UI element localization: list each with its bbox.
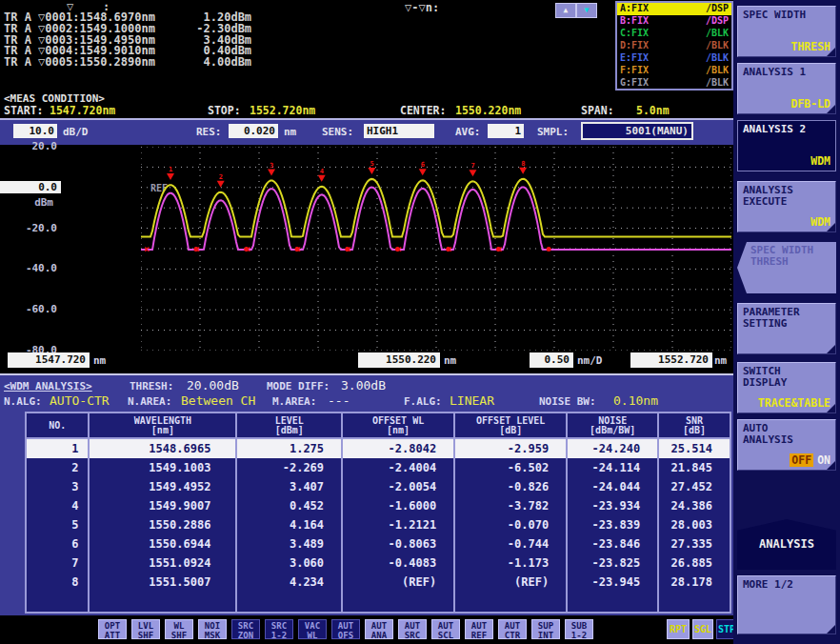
- fkey-aut-ana[interactable]: AUTANA: [365, 619, 393, 639]
- softkey-analysis-1[interactable]: ANALYSIS 1DFB-LD: [737, 63, 836, 114]
- column-header: NOISE[dBm/BW]: [568, 413, 659, 437]
- transport-key-sgl[interactable]: SGL: [692, 619, 713, 639]
- trace-status-g[interactable]: G:FIX/BLK: [617, 76, 731, 89]
- fkey-lvl-shf[interactable]: LVLSHF: [131, 619, 160, 639]
- table-cell: -23.945: [568, 573, 659, 592]
- table-cell: 1.275: [237, 439, 343, 458]
- table-row[interactable]: 51550.28864.164-1.2121-0.070-23.83928.00…: [27, 515, 730, 534]
- softkey-toggle[interactable]: OFFON: [790, 453, 830, 467]
- res-field[interactable]: 0.020: [229, 124, 278, 138]
- softkey-parameter-setting[interactable]: PARAMETER SETTING: [737, 303, 836, 354]
- table-row[interactable]: 61550.69443.489-0.8063-0.744-23.84627.33…: [27, 534, 730, 553]
- trace-status-d[interactable]: D:FIX/BLK: [617, 40, 731, 52]
- fkey-src-1-2[interactable]: SRC1-2: [265, 619, 293, 639]
- x-center-field[interactable]: 1550.220: [358, 352, 440, 368]
- table-cell: 1549.1003: [90, 458, 237, 477]
- sens-field[interactable]: HIGH1: [364, 124, 434, 138]
- softkey-spec-width[interactable]: SPEC WIDTHTHRESH: [737, 6, 836, 57]
- fkey-aut-src[interactable]: AUTSRC: [398, 619, 427, 639]
- softkey-analysis-execute[interactable]: ANALYSIS EXECUTEWDM: [737, 181, 836, 232]
- table-row[interactable]: 81551.50074.234(REF)(REF)-23.94528.178: [27, 573, 730, 592]
- center-value[interactable]: 1550.220nm: [455, 104, 521, 117]
- fkey-sub-1-2[interactable]: SUB1-2: [565, 619, 593, 639]
- y-axis-label[interactable]: 0.0: [0, 181, 61, 193]
- table-cell: 1550.6944: [90, 534, 237, 553]
- n-alg-value[interactable]: AUTO-CTR: [50, 393, 110, 408]
- fkey-wl-shf[interactable]: WLSHF: [165, 619, 193, 639]
- x-center-unit: nm: [444, 354, 456, 367]
- table-cell: 8: [27, 573, 90, 592]
- trace-name: E:FIX: [620, 53, 649, 63]
- softkey-analysis-2[interactable]: ANALYSIS 2WDM: [737, 120, 836, 171]
- thresh-label: THRESH:: [130, 380, 173, 392]
- table-row[interactable]: 71551.09243.060-0.4083-1.173-23.82526.88…: [27, 553, 730, 573]
- table-cell: -23.825: [568, 553, 659, 573]
- db-per-div-unit: dB/D: [63, 126, 89, 138]
- fkey-opt-att[interactable]: OPTATT: [98, 619, 127, 639]
- table-filler-cell: [27, 592, 90, 612]
- table-cell: 1551.5007: [90, 573, 237, 592]
- trace-status-b[interactable]: B:FIX/DSP: [617, 15, 731, 28]
- trace-status-e[interactable]: E:FIX/BLK: [617, 51, 731, 64]
- thresh-value[interactable]: 20.00dB: [187, 378, 239, 392]
- fkey-aut-scl[interactable]: AUTSCL: [431, 619, 460, 639]
- fkey-aut-ofs[interactable]: AUTOFS: [331, 619, 360, 639]
- fkey-vac-wl[interactable]: VACWL: [298, 619, 327, 639]
- trace-status-f[interactable]: F:FIX/BLK: [617, 64, 731, 76]
- softkey-label: ANALYSIS 2: [743, 124, 806, 135]
- scroll-down-button[interactable]: ▼: [576, 3, 597, 18]
- stop-value[interactable]: 1552.720nm: [250, 104, 315, 117]
- f-alg-label: F.ALG:: [404, 395, 442, 408]
- table-cell: 1: [27, 439, 90, 458]
- softkey-label: ANALYSIS 1: [743, 67, 806, 78]
- wdm-analysis-subheader: N.ALG: AUTO-CTR N.AREA: Between CH M.ARE…: [4, 393, 728, 409]
- fkey-aut-ctr[interactable]: AUTCTR: [498, 619, 527, 639]
- start-value[interactable]: 1547.720nm: [50, 104, 115, 117]
- softkey-more[interactable]: MORE 1/2: [737, 575, 836, 634]
- column-header-line1: SNR: [686, 416, 703, 426]
- softkey-value: THRESH: [790, 40, 830, 53]
- table-row[interactable]: 21549.1003-2.269-2.4004-6.502-24.11421.8…: [27, 458, 730, 477]
- span-value[interactable]: 5.0nm: [636, 104, 670, 117]
- db-per-div-field[interactable]: 10.0: [13, 124, 57, 138]
- marker-list: TR A ▽0001:1548.6970nm 1.20dBmTR A ▽0002…: [4, 12, 404, 69]
- fkey-src-zon[interactable]: SRCZON: [231, 619, 260, 639]
- m-area-value[interactable]: ---: [328, 393, 350, 408]
- sens-label: SENS:: [322, 126, 353, 138]
- spectrum-plot[interactable]: REF1×2×3×4×5×6×7×8×: [141, 147, 731, 351]
- svg-text:×: ×: [496, 244, 502, 254]
- x-start-field[interactable]: 1547.720: [8, 352, 90, 368]
- softkey-label: MORE 1/2: [743, 579, 793, 591]
- fkey-sup-int[interactable]: SUPINT: [531, 619, 560, 639]
- scroll-up-button[interactable]: ▲: [555, 3, 576, 18]
- trace-status-a[interactable]: A:FIX/DSP: [617, 3, 731, 15]
- column-header-line2: [dB]: [683, 426, 706, 435]
- svg-text:4: 4: [320, 168, 324, 175]
- softkey-auto-analysis[interactable]: AUTO ANALYSISOFFON: [737, 419, 836, 471]
- n-area-value[interactable]: Between CH: [181, 393, 255, 408]
- avg-field[interactable]: 1: [488, 124, 524, 138]
- table-row[interactable]: 41549.90070.452-1.6000-3.782-23.93424.38…: [27, 496, 730, 515]
- table-row[interactable]: 31549.49523.407-2.0054-0.826-24.04427.45…: [27, 477, 730, 496]
- noise-bw-value[interactable]: 0.10nm: [613, 393, 658, 408]
- table-filler-cell: [568, 592, 659, 612]
- transport-key-rpt[interactable]: RPT: [667, 619, 690, 639]
- trace-display-mode: /BLK: [706, 53, 729, 63]
- x-div-field[interactable]: 0.50: [530, 352, 573, 368]
- softkey-analysis-tab[interactable]: ANALYSIS: [737, 519, 836, 570]
- table-cell: 4.164: [237, 515, 343, 534]
- y-axis-labels: 20.00.0dBm-20.0-40.0-60.0-80.0: [0, 139, 61, 368]
- trace-status-c[interactable]: C:FIX/BLK: [617, 28, 731, 40]
- mode-diff-value[interactable]: 3.00dB: [341, 378, 386, 392]
- svg-text:5: 5: [370, 160, 373, 168]
- softkey-switch-display[interactable]: SWITCH DISPLAYTRACE&TABLE: [737, 362, 836, 413]
- x-stop-field[interactable]: 1552.720: [630, 352, 712, 368]
- f-alg-value[interactable]: LINEAR: [450, 393, 494, 408]
- table-cell: -0.070: [455, 515, 568, 534]
- fkey-aut-ref[interactable]: AUTREF: [465, 619, 493, 639]
- smpl-field[interactable]: 5001(MANU): [581, 122, 693, 140]
- table-header-row: NO.WAVELENGTH[nm]LEVEL[dBm]OFFSET WL[nm]…: [27, 413, 730, 439]
- fkey-noi-msk[interactable]: NOIMSK: [198, 619, 227, 639]
- table-row[interactable]: 11548.69651.275-2.8042-2.959-24.24025.51…: [27, 439, 730, 458]
- table-cell: -2.959: [455, 439, 568, 458]
